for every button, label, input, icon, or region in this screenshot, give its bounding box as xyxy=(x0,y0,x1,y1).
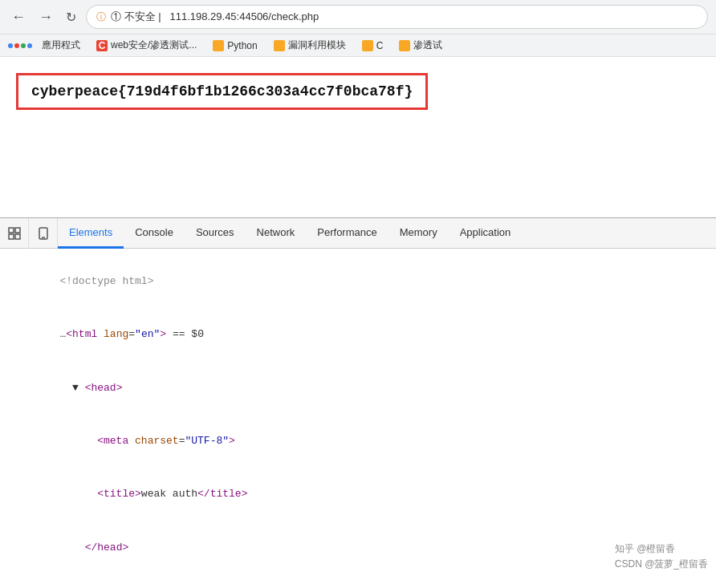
code-body-open: ▼ <body> xyxy=(10,574,706,588)
tab-performance[interactable]: Performance xyxy=(306,218,388,249)
nav-bar: ← → ↻ ⓘ ① 不安全 | 111.198.29.45:44506/chec… xyxy=(0,0,716,34)
bm-label-4: C xyxy=(376,40,384,51)
bm-label-2: Python xyxy=(227,40,257,51)
code-doctype: <!doctype html> xyxy=(10,255,706,308)
code-head-close: </head> xyxy=(10,521,706,574)
protocol-label: ① 不安全 | xyxy=(111,10,161,22)
address-text: ① 不安全 | 111.198.29.45:44506/check.php xyxy=(111,10,319,24)
forward-button[interactable]: → xyxy=(35,7,56,27)
back-button[interactable]: ← xyxy=(8,7,29,27)
devtools-elements-content[interactable]: <!doctype html> …<html lang="en"> == $0 … xyxy=(0,249,716,588)
page-content: cyberpeace{719d4f6bf1b1266c303a4cc7f0bca… xyxy=(0,57,716,217)
code-html-open: …<html lang="en"> == $0 xyxy=(10,308,706,361)
devtools-panel: Elements Console Sources Network Perform… xyxy=(0,217,716,588)
tab-application[interactable]: Application xyxy=(449,218,523,249)
bm-item-4[interactable]: C xyxy=(356,39,390,53)
devtools-toolbar: Elements Console Sources Network Perform… xyxy=(0,218,716,249)
bookmarks-bar: 應用程式 C web安全/渗透测试... Python 漏洞利用模块 C 渗透试 xyxy=(0,34,716,57)
watermark-line1: 知乎 @橙留香 xyxy=(615,541,708,557)
svg-rect-3 xyxy=(15,234,20,239)
tab-sources[interactable]: Sources xyxy=(185,218,246,249)
flag-box: cyberpeace{719d4f6bf1b1266c303a4cc7f0bca… xyxy=(16,73,428,110)
bm-label-5: 渗透试 xyxy=(413,39,442,52)
address-bar[interactable]: ⓘ ① 不安全 | 111.198.29.45:44506/check.php xyxy=(86,5,708,29)
tab-console[interactable]: Console xyxy=(124,218,185,249)
code-head-triangle: ▼ <head> xyxy=(10,362,706,415)
bm-icon-5 xyxy=(399,40,410,51)
bm-label-3: 漏洞利用模块 xyxy=(288,39,346,52)
apps-icon[interactable] xyxy=(8,43,32,48)
svg-rect-1 xyxy=(15,228,20,233)
devtools-tabs: Elements Console Sources Network Perform… xyxy=(58,218,716,249)
bm-label-1: web安全/渗透测试... xyxy=(111,39,197,52)
tab-elements[interactable]: Elements xyxy=(58,218,124,249)
bm-icon-4 xyxy=(362,40,373,51)
svg-rect-0 xyxy=(9,228,14,233)
watermark: 知乎 @橙留香 CSDN @菠萝_橙留香 xyxy=(615,541,708,572)
tab-network[interactable]: Network xyxy=(246,218,307,249)
bm-icon-3 xyxy=(274,40,285,51)
bm-icon-1: C xyxy=(96,40,108,51)
browser-frame: ← → ↻ ⓘ ① 不安全 | 111.198.29.45:44506/chec… xyxy=(0,0,716,588)
bm-icon-2 xyxy=(213,40,224,51)
bm-item-3[interactable]: 漏洞利用模块 xyxy=(267,37,352,54)
mobile-icon[interactable] xyxy=(29,218,58,249)
code-title: <title>weak auth</title> xyxy=(10,468,706,521)
flag-text: cyberpeace{719d4f6bf1b1266c303a4cc7f0bca… xyxy=(31,83,413,99)
address-url: 111.198.29.45:44506/check.php xyxy=(169,10,319,22)
tab-memory[interactable]: Memory xyxy=(389,218,449,249)
cursor-icon[interactable] xyxy=(0,218,29,249)
bm-apps-label[interactable]: 應用程式 xyxy=(35,37,87,54)
security-icon: ⓘ xyxy=(96,10,106,24)
svg-rect-2 xyxy=(9,234,14,239)
code-meta: <meta charset="UTF-8"> xyxy=(10,415,706,468)
watermark-line2: CSDN @菠萝_橙留香 xyxy=(615,557,708,572)
bm-item-5[interactable]: 渗透试 xyxy=(393,37,449,54)
bm-item-2[interactable]: Python xyxy=(206,39,263,53)
reload-button[interactable]: ↻ xyxy=(63,8,79,26)
bm-item-1[interactable]: C web安全/渗透测试... xyxy=(90,37,203,54)
